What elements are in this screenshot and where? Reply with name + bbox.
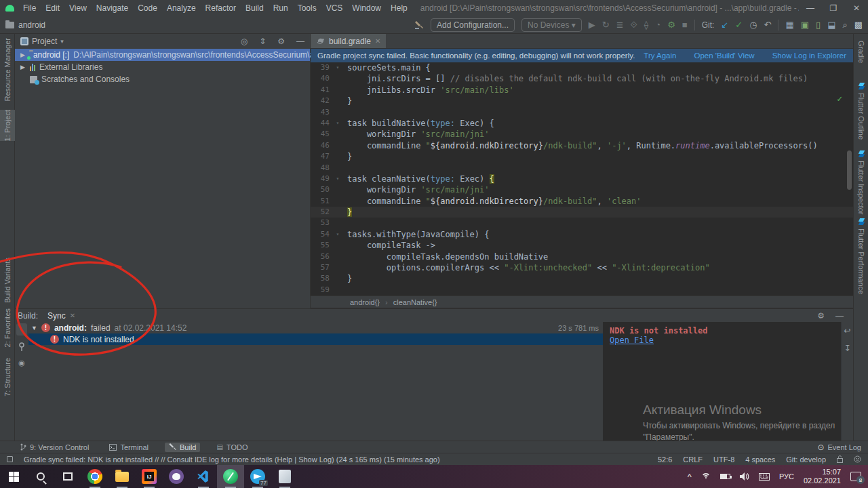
menu-refactor[interactable]: Refactor bbox=[201, 3, 241, 13]
run-configurations-select[interactable]: Add Configuration... bbox=[431, 18, 515, 32]
gradle-daemon-icon[interactable] bbox=[854, 455, 861, 463]
wifi-icon[interactable] bbox=[701, 473, 711, 480]
stripe-1-project[interactable]: 1: Project bbox=[0, 110, 15, 141]
chevron-down-icon[interactable]: ▾ bbox=[60, 38, 64, 45]
code-line-39[interactable]: 39▾sourceSets.main { bbox=[311, 62, 853, 73]
avatar-icon[interactable]: ▩ bbox=[854, 20, 863, 29]
menu-file[interactable]: File bbox=[18, 3, 41, 13]
code-line-51[interactable]: 51 commandLine "${android.ndkDirectory}/… bbox=[311, 196, 853, 207]
taskbar-telegram[interactable]: 77 bbox=[244, 465, 271, 488]
notification-center-icon[interactable]: 8 bbox=[850, 472, 861, 481]
code-line-48[interactable]: 48 bbox=[311, 163, 853, 174]
menu-tools[interactable]: Tools bbox=[293, 3, 321, 13]
attach-debugger-icon[interactable]: ⟠ bbox=[644, 20, 648, 29]
git-commit-icon[interactable]: ✓ bbox=[735, 20, 743, 29]
status-segment-3[interactable]: 4 spaces bbox=[745, 455, 775, 464]
tab-build-gradle[interactable]: build.gradle ✕ bbox=[311, 34, 386, 48]
taskbar-github[interactable] bbox=[163, 465, 190, 488]
taskbar-intellij[interactable]: IJ bbox=[136, 465, 163, 488]
inspections-ok-icon[interactable]: ✓ bbox=[837, 94, 842, 104]
git-update-icon[interactable]: ↙ bbox=[721, 20, 728, 29]
volume-icon[interactable] bbox=[740, 472, 749, 481]
status-message[interactable]: Gradle sync failed: NDK is not installed… bbox=[24, 455, 440, 464]
stop-icon[interactable]: ■ bbox=[682, 20, 688, 29]
open-file-link[interactable]: Open File bbox=[610, 336, 654, 345]
collapse-all-icon[interactable]: ⇕ bbox=[259, 37, 266, 46]
fold-icon[interactable]: ▾ bbox=[332, 229, 343, 240]
start-button[interactable] bbox=[0, 465, 27, 488]
toolwindow-version-control[interactable]: 9: Version Control bbox=[16, 443, 93, 452]
locate-file-icon[interactable]: ◎ bbox=[241, 37, 248, 46]
minimize-button[interactable]: — bbox=[799, 0, 822, 16]
build-hammer-icon[interactable] bbox=[414, 20, 424, 30]
device-select[interactable]: No Devices ▾ bbox=[521, 18, 582, 32]
editor-scrollbar[interactable] bbox=[847, 150, 852, 190]
menu-view[interactable]: View bbox=[64, 3, 92, 13]
code-line-44[interactable]: 44▾task buildNative(type: Exec) { bbox=[311, 118, 853, 129]
menu-vcs[interactable]: VCS bbox=[321, 3, 348, 13]
menu-analyze[interactable]: Analyze bbox=[162, 3, 201, 13]
close-tab-icon[interactable]: ✕ bbox=[70, 312, 75, 319]
profile-app-icon[interactable]: ⚙ bbox=[667, 20, 675, 29]
menu-window[interactable]: Window bbox=[347, 3, 386, 13]
collapse-arrow-icon[interactable]: ▼ bbox=[31, 325, 37, 331]
sync-tab[interactable]: Sync ✕ bbox=[47, 311, 75, 321]
tree-item-scratches[interactable]: Scratches and Consoles bbox=[15, 73, 310, 85]
taskbar-vscode[interactable] bbox=[190, 465, 217, 488]
menu-code[interactable]: Code bbox=[133, 3, 162, 13]
fold-icon[interactable]: ▾ bbox=[332, 174, 343, 184]
project-structure-icon[interactable]: ▦ bbox=[785, 20, 793, 29]
stripe-7-structure[interactable]: 7: Structure bbox=[0, 358, 15, 396]
rerun-icon[interactable]: ↻ bbox=[602, 20, 610, 29]
history-icon[interactable]: ◷ bbox=[749, 20, 757, 29]
device-manager-icon[interactable]: ▯ bbox=[816, 20, 821, 29]
code-line-45[interactable]: 45 workingDir 'src/main/jni' bbox=[311, 129, 853, 140]
status-segment-1[interactable]: CRLF bbox=[683, 455, 703, 464]
battery-icon[interactable] bbox=[720, 474, 730, 479]
toolwindow-toggle-icon[interactable] bbox=[7, 456, 13, 462]
project-view-title[interactable]: Project bbox=[32, 37, 57, 46]
code-line-41[interactable]: 41 jniLibs.srcDir 'src/main/libs' bbox=[311, 85, 853, 96]
expand-arrow-icon[interactable]: ▶ bbox=[20, 52, 25, 58]
hidden-icons-chevron[interactable]: ^ bbox=[688, 472, 692, 482]
stripe-2-favorites[interactable]: 2: Favorites bbox=[0, 308, 15, 347]
status-segment-4[interactable]: Git: develop bbox=[786, 455, 826, 464]
stripe-resource-manager[interactable]: Resource Manager bbox=[0, 38, 15, 102]
open-build-view-link[interactable]: Open 'Build' View bbox=[694, 52, 754, 60]
run-icon[interactable]: ▶ bbox=[589, 20, 595, 29]
code-line-52[interactable]: 52} bbox=[311, 207, 853, 218]
menu-edit[interactable]: Edit bbox=[41, 3, 64, 13]
stripe-flutter-outline[interactable]: Flutter Outline bbox=[854, 83, 868, 140]
scroll-to-end-icon[interactable]: ↧ bbox=[844, 344, 850, 353]
code-line-46[interactable]: 46 commandLine "${android.ndkDirectory}/… bbox=[311, 140, 853, 151]
taskbar-android-studio[interactable] bbox=[217, 465, 244, 488]
menu-navigate[interactable]: Navigate bbox=[92, 3, 133, 13]
filter-toggle-button[interactable] bbox=[16, 323, 27, 336]
rollback-icon[interactable]: ↶ bbox=[764, 20, 771, 29]
tree-item-external-libraries[interactable]: ▶ External Libraries bbox=[15, 61, 310, 73]
stripe-flutter-inspector[interactable]: Flutter Inspector bbox=[854, 150, 868, 214]
stripe-gradle[interactable]: Gradle bbox=[854, 41, 868, 63]
code-line-57[interactable]: 57 options.compilerArgs << "-Xlint:unche… bbox=[311, 262, 853, 273]
code-line-49[interactable]: 49▾task cleanNative(type: Exec) { bbox=[311, 174, 853, 184]
try-again-link[interactable]: Try Again bbox=[644, 52, 676, 60]
taskbar-chrome[interactable] bbox=[81, 465, 108, 488]
taskbar-search-button[interactable] bbox=[27, 465, 54, 488]
hide-panel-icon[interactable]: — bbox=[296, 37, 304, 46]
clock[interactable]: 15:07 02.02.2021 bbox=[804, 468, 841, 485]
expand-arrow-icon[interactable]: ▶ bbox=[20, 64, 26, 70]
build-row-ndk-error[interactable]: ! NDK is not installed bbox=[28, 333, 603, 345]
maximize-button[interactable]: ❐ bbox=[822, 0, 845, 16]
code-line-55[interactable]: 55 compileTask -> bbox=[311, 240, 853, 251]
eye-options-icon[interactable]: ◉ bbox=[18, 359, 25, 367]
code-line-40[interactable]: 40 jni.srcDirs = [] // disables the defa… bbox=[311, 73, 853, 84]
unlock-icon[interactable] bbox=[837, 455, 843, 463]
event-log-button[interactable]: ⊙ Event Log bbox=[817, 443, 861, 452]
code-line-54[interactable]: 54▾tasks.withType(JavaCompile) { bbox=[311, 229, 853, 240]
show-log-link[interactable]: Show Log in Explorer bbox=[772, 52, 846, 60]
tree-item-android-root[interactable]: ▶ android [:] D:\AlPain\strongswan\stron… bbox=[15, 49, 310, 61]
search-everywhere-icon[interactable]: ⌕ bbox=[842, 20, 847, 29]
soft-wrap-icon[interactable]: ↩ bbox=[844, 326, 850, 336]
pin-icon[interactable] bbox=[18, 342, 26, 352]
language-indicator[interactable]: РУС bbox=[779, 472, 794, 481]
